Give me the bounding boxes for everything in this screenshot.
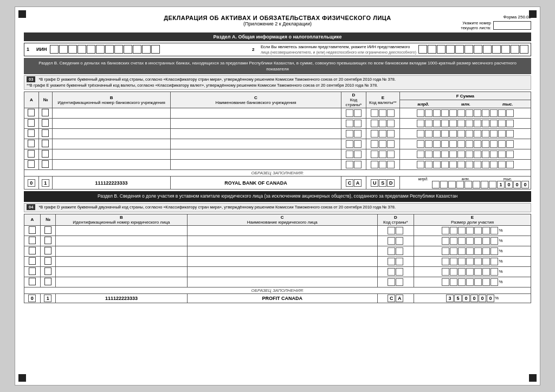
iin-row2-num: 2 xyxy=(252,47,259,52)
rep-iin-cell-4[interactable] xyxy=(446,45,455,54)
th-c-d: D Код страны* xyxy=(377,214,414,225)
notes-row-03: 03 *В графе D укажите буквенный двузначн… xyxy=(24,75,531,90)
cell-bank-id[interactable] xyxy=(54,162,169,167)
cell-legal-name[interactable] xyxy=(189,249,376,253)
iin-cell-3[interactable] xyxy=(68,45,77,54)
cell-country-1[interactable] xyxy=(346,109,353,117)
rep-iin-cell-8[interactable] xyxy=(483,45,492,54)
cell-bank-id[interactable] xyxy=(54,142,169,147)
th-c-e: E Размер доли участия xyxy=(414,214,531,225)
rep-iin-cell-5[interactable] xyxy=(455,45,464,54)
cell-legal-name[interactable] xyxy=(189,238,376,243)
form-title-main: ДЕКЛАРАЦИЯ ОБ АКТИВАХ И ОБЯЗАТЕЛЬСТВАХ Ф… xyxy=(94,15,461,21)
cell-legal-id[interactable] xyxy=(57,259,185,264)
th-f-sub: млрд. млн. тыс. xyxy=(399,100,531,108)
table-row: % xyxy=(24,277,531,287)
iin-right: 2 Если Вы являетесь законным представите… xyxy=(252,44,528,55)
iin-cell-9[interactable] xyxy=(124,45,132,54)
iin-cell-12[interactable] xyxy=(151,45,160,54)
sample-country-1: C xyxy=(346,179,353,187)
cell-legal-name[interactable] xyxy=(189,228,376,233)
cell-country-2[interactable] xyxy=(354,109,362,117)
iin-cell-11[interactable] xyxy=(142,45,151,54)
cell-a[interactable] xyxy=(28,129,35,137)
cell-bank-name[interactable] xyxy=(172,162,339,167)
rep-iin-cell-1[interactable] xyxy=(418,45,427,54)
cell-bank-name[interactable] xyxy=(172,111,339,116)
rep-iin-cell-7[interactable] xyxy=(474,45,482,54)
cell-num[interactable] xyxy=(42,129,49,137)
cell-legal-name[interactable] xyxy=(189,279,376,284)
iin-cell-4[interactable] xyxy=(78,45,86,54)
rep-iin-cell-6[interactable] xyxy=(464,45,473,54)
page-number-label: Укажите номертекущего листа: xyxy=(461,21,491,30)
sample-c-num-val: 1 xyxy=(44,295,51,302)
cell-bank-name[interactable] xyxy=(172,142,339,147)
iin-cells xyxy=(50,45,160,54)
cell-bank-name[interactable] xyxy=(172,132,339,136)
cell-a[interactable] xyxy=(28,109,35,116)
corner-mark-bl xyxy=(18,374,26,382)
rep-iin-cell-2[interactable] xyxy=(428,45,436,54)
cell-cur-1[interactable] xyxy=(371,109,378,117)
page-number-input[interactable] xyxy=(493,21,531,30)
cell-num[interactable] xyxy=(42,119,49,127)
form-page: ДЕКЛАРАЦИЯ ОБ АКТИВАХ И ОБЯЗАТЕЛЬСТВАХ Ф… xyxy=(15,6,540,386)
form-title-sub: (Приложение 2 к Декларации) xyxy=(94,21,461,27)
cell-a[interactable] xyxy=(28,119,35,127)
sample-c-data-row: 0 1 111122223333 PROFIT CANADA C A 3 5 xyxy=(24,293,531,303)
cell-bank-id[interactable] xyxy=(54,111,169,116)
cell-cur-3[interactable] xyxy=(387,109,395,117)
table-row xyxy=(24,129,531,139)
cell-legal-id[interactable] xyxy=(57,228,185,233)
cell-bank-id[interactable] xyxy=(54,152,169,157)
rep-iin-cell-9[interactable] xyxy=(492,45,501,54)
cell-bank-id[interactable] xyxy=(54,121,169,126)
cell-legal-id[interactable] xyxy=(57,238,185,243)
cell-legal-id[interactable] xyxy=(57,279,185,284)
sample-c-country-2: A xyxy=(396,295,403,302)
cell-legal-name[interactable] xyxy=(189,269,376,274)
rep-iin-cell-3[interactable] xyxy=(437,45,446,54)
cell-cur-2[interactable] xyxy=(379,109,386,117)
sum-header: млрд. млн. тыс. xyxy=(402,102,529,107)
section-b-table: А № В Идентификационный номер банковског… xyxy=(24,92,531,190)
note-text-03: *В графе D укажите буквенный двузначный … xyxy=(27,77,396,88)
form-number-box: Укажите номертекущего листа: xyxy=(461,21,531,30)
iin-cell-7[interactable] xyxy=(105,45,114,54)
form-number-block: Форма 250.02 Укажите номертекущего листа… xyxy=(461,15,531,30)
th-num: № xyxy=(38,92,52,108)
sample-a-val: 0 xyxy=(28,179,35,187)
iin-cell-6[interactable] xyxy=(96,45,105,54)
rep-iin-cell-10[interactable] xyxy=(501,45,510,54)
iin-cell-8[interactable] xyxy=(114,45,123,54)
rep-iin-cell-12[interactable] xyxy=(520,45,528,54)
note-num-03: 03 xyxy=(27,76,35,82)
iin-row: 1 ИИН 2 Если Вы являетесь законным предс… xyxy=(24,43,531,56)
th-f: F Сумма xyxy=(399,92,531,100)
sample-c-label-row: ОБРАЗЕЦ ЗАПОЛНЕНИЯ: xyxy=(24,287,531,293)
iin-cell-1[interactable] xyxy=(50,45,59,54)
cell-bank-name[interactable] xyxy=(172,152,339,157)
rep-text: Если Вы являетесь законным представителе… xyxy=(261,44,416,55)
iin-cell-2[interactable] xyxy=(59,45,68,54)
sample-c-country-1: C xyxy=(388,295,395,302)
cell-num[interactable] xyxy=(42,109,49,116)
cell-legal-id[interactable] xyxy=(57,269,185,274)
cell-bank-name[interactable] xyxy=(172,121,339,126)
form-header: ДЕКЛАРАЦИЯ ОБ АКТИВАХ И ОБЯЗАТЕЛЬСТВАХ Ф… xyxy=(24,15,531,30)
cell-country-1[interactable] xyxy=(346,120,353,127)
sample-label-row: ОБРАЗЕЦ ЗАПОЛНЕНИЯ: xyxy=(24,170,531,177)
title-block: ДЕКЛАРАЦИЯ ОБ АКТИВАХ И ОБЯЗАТЕЛЬСТВАХ Ф… xyxy=(94,15,461,27)
sample-c-company-name: PROFIT CANADA xyxy=(187,293,377,303)
th-c-num: № xyxy=(40,214,55,225)
cell-legal-name[interactable] xyxy=(189,259,376,264)
iin-cell-10[interactable] xyxy=(133,45,141,54)
rep-iin-cell-11[interactable] xyxy=(511,45,519,54)
cell-legal-id[interactable] xyxy=(57,249,185,253)
iin-cell-5[interactable] xyxy=(87,45,95,54)
iin-label: ИИН xyxy=(36,47,47,52)
note-text-04: *В графе D укажите буквенный двузначный … xyxy=(38,205,396,210)
cell-bank-id[interactable] xyxy=(54,132,169,136)
cell-country-2[interactable] xyxy=(354,120,362,127)
